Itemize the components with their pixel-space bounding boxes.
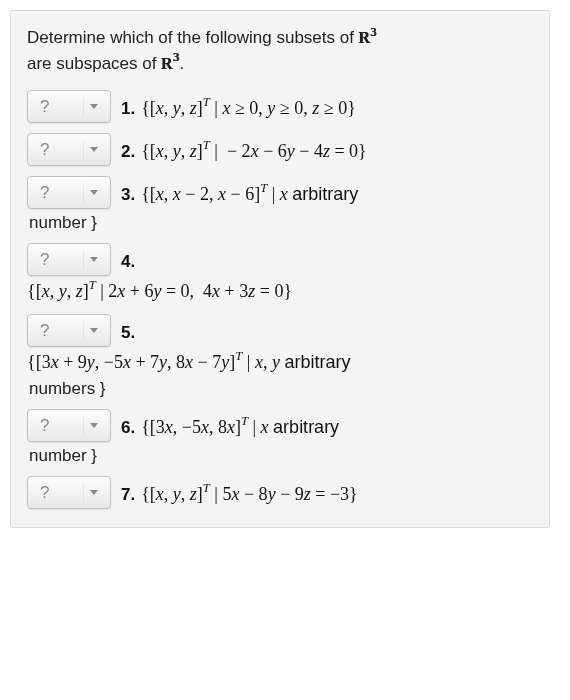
dropdown-hint: ? bbox=[40, 483, 49, 503]
dropdown-hint: ? bbox=[40, 250, 49, 270]
answer-dropdown-4[interactable]: ? bbox=[27, 243, 111, 276]
item-content-4: {[x, y, z]T | 2x + 6y = 0, 4x + 3z = 0} bbox=[27, 276, 533, 304]
problem-item-7: ? 7.{[x, y, z]T | 5x − 8y − 9z = −3} bbox=[27, 476, 533, 509]
item-content-2: 2.{[x, y, z]T | − 2x − 6y − 4z = 0} bbox=[121, 133, 367, 165]
item-content-5: {[3x + 9y, −5x + 7y, 8x − 7y]T | x, y ar… bbox=[27, 347, 533, 375]
continuation-6: number } bbox=[29, 446, 533, 466]
problem-item-2: ? 2.{[x, y, z]T | − 2x − 6y − 4z = 0} bbox=[27, 133, 533, 166]
chevron-down-icon bbox=[83, 483, 104, 503]
dropdown-hint: ? bbox=[40, 321, 49, 341]
item-content-6: 6.{[3x, −5x, 8x]T | x arbitrary bbox=[121, 409, 339, 441]
dropdown-hint: ? bbox=[40, 416, 49, 436]
answer-dropdown-5[interactable]: ? bbox=[27, 314, 111, 347]
chevron-down-icon bbox=[83, 416, 104, 436]
question-line-1: Determine which of the following subsets… bbox=[27, 28, 359, 47]
problem-item-6: ? 6.{[3x, −5x, 8x]T | x arbitrary number… bbox=[27, 409, 533, 466]
continuation-5: numbers } bbox=[29, 379, 533, 399]
continuation-3: number } bbox=[29, 213, 533, 233]
problem-item-4: ? 4. {[x, y, z]T | 2x + 6y = 0, 4x + 3z … bbox=[27, 243, 533, 304]
question-line-2: are subspaces of bbox=[27, 54, 161, 73]
dropdown-hint: ? bbox=[40, 140, 49, 160]
chevron-down-icon bbox=[83, 140, 104, 160]
chevron-down-icon bbox=[83, 321, 104, 341]
answer-dropdown-1[interactable]: ? bbox=[27, 90, 111, 123]
chevron-down-icon bbox=[83, 97, 104, 117]
answer-dropdown-6[interactable]: ? bbox=[27, 409, 111, 442]
r3-symbol-1: R3 bbox=[359, 28, 377, 47]
item-number-4: 4. bbox=[121, 243, 141, 275]
question-prompt: Determine which of the following subsets… bbox=[27, 25, 533, 76]
item-content-7: 7.{[x, y, z]T | 5x − 8y − 9z = −3} bbox=[121, 476, 358, 508]
answer-dropdown-7[interactable]: ? bbox=[27, 476, 111, 509]
chevron-down-icon bbox=[83, 183, 104, 203]
r3-symbol-2: R3 bbox=[161, 54, 179, 73]
answer-dropdown-3[interactable]: ? bbox=[27, 176, 111, 209]
question-panel: Determine which of the following subsets… bbox=[10, 10, 550, 528]
item-content-3: 3.{[x, x − 2, x − 6]T | x arbitrary bbox=[121, 176, 358, 208]
chevron-down-icon bbox=[83, 250, 104, 270]
answer-dropdown-2[interactable]: ? bbox=[27, 133, 111, 166]
problem-item-3: ? 3.{[x, x − 2, x − 6]T | x arbitrary nu… bbox=[27, 176, 533, 233]
item-content-1: 1.{[x, y, z]T | x ≥ 0, y ≥ 0, z ≥ 0} bbox=[121, 90, 356, 122]
item-number-5: 5. bbox=[121, 314, 141, 346]
problem-item-1: ? 1.{[x, y, z]T | x ≥ 0, y ≥ 0, z ≥ 0} bbox=[27, 90, 533, 123]
dropdown-hint: ? bbox=[40, 97, 49, 117]
problem-item-5: ? 5. {[3x + 9y, −5x + 7y, 8x − 7y]T | x,… bbox=[27, 314, 533, 399]
dropdown-hint: ? bbox=[40, 183, 49, 203]
